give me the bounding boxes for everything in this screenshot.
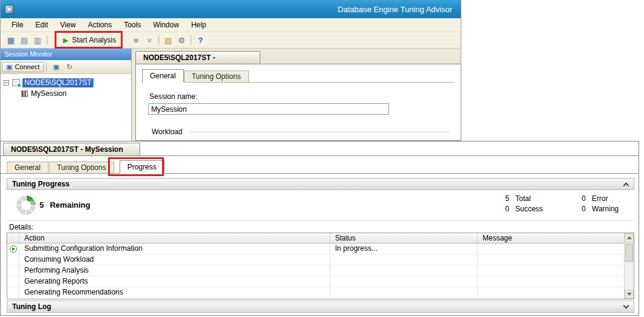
server-node-label: NODE5\SQL2017ST [22,78,93,87]
session-monitor-title: Session Monitor [1,49,131,60]
remaining-value: 5 [39,200,44,210]
start-analysis-button[interactable]: ▶ Start Analysis [58,34,121,46]
scroll-down-button[interactable] [625,290,634,299]
collapse-chevron-icon[interactable] [623,183,629,189]
remaining-counter: 5Remaining [39,200,90,210]
stat-success: 0 Success [500,204,543,214]
row-action: Consuming Workload [19,254,330,265]
menu-bar: File Edit View Actions Tools Window Help [1,18,461,32]
tree-item-server[interactable]: − NODE5\SQL2017ST [1,77,131,88]
tab-tuning-options[interactable]: Tuning Options [184,70,249,82]
top-document-tab[interactable]: NODE5\SQL2017ST - MySession [135,51,260,64]
connect-button[interactable]: ▣ Connect [2,62,44,72]
table-row[interactable]: Generating Reports [7,276,624,287]
new-session-icon[interactable]: ▦ [5,35,17,46]
menu-view[interactable]: View [54,19,82,31]
menu-window[interactable]: Window [147,19,185,31]
workload-groupbox-line [189,132,449,132]
tuning-progress-title: Tuning Progress [12,180,69,188]
title-bar: Database Engine Tuning Advisor [1,0,461,18]
row-action: Generating Reports [19,276,330,287]
row-message [478,265,624,276]
table-scrollbar[interactable] [624,233,634,299]
stat-total-label: Total [515,194,530,204]
import-options-icon[interactable]: ▧ [162,35,174,46]
server-monitor-icon[interactable]: ▣ [50,61,62,72]
toolbar-separator [191,35,191,45]
stat-total-value: 5 [500,194,509,204]
refresh-icon[interactable]: ↻ [63,61,75,72]
stat-success-label: Success [515,204,543,214]
session-node-label: MySession [31,89,67,98]
tab-progress[interactable]: Progress [120,160,164,174]
row-status [330,254,478,265]
menu-file[interactable]: File [5,19,29,31]
session-monitor-panel: Session Monitor ▣ Connect ▣ ↻ − NODE5\SQ… [1,49,132,141]
top-tabstrip: General Tuning Options [142,69,455,83]
row-status [330,265,478,276]
column-header-action[interactable]: Action [19,233,330,243]
row-message [478,244,624,254]
stat-total: 5 Total [500,194,543,204]
scrollbar-thumb[interactable] [625,244,633,262]
toolbar-separator [47,35,47,45]
tree-expander-icon[interactable]: − [4,80,9,86]
row-status [330,276,478,287]
table-row[interactable]: Generating Recommendations [7,287,624,298]
arrow-down-icon [627,293,632,296]
session-name-input[interactable] [148,103,389,115]
tuning-progress-header[interactable]: Tuning Progress [7,178,634,190]
stat-warning: 0 Warning [576,204,619,214]
menu-actions[interactable]: Actions [82,19,118,31]
row-status [330,287,478,298]
stat-error-label: Error [592,194,608,204]
table-row[interactable]: Consuming Workload [7,254,624,265]
help-icon[interactable]: ? [194,35,206,46]
window-title: Database Engine Tuning Advisor [14,5,461,14]
progress-panel: NODE5\SQL2017ST - MySession General Tuni… [0,141,639,316]
column-header-status[interactable]: Status [330,233,478,243]
row-message [478,254,624,265]
menu-help[interactable]: Help [185,19,212,31]
workload-group-label: Workload [152,128,182,136]
stat-success-value: 0 [500,204,509,214]
table-row[interactable]: Performing Analysis [7,265,624,276]
arrow-up-icon [627,236,632,239]
stop-analysis-icon[interactable]: ■ [130,35,142,46]
expand-chevron-icon[interactable] [623,303,629,309]
table-row[interactable]: Submitting Configuration Information In … [7,244,624,254]
menu-tools[interactable]: Tools [118,19,147,31]
row-message [478,287,624,298]
apply-recommendations-icon[interactable]: ⚙ [175,35,188,46]
connect-icon: ▣ [6,63,12,71]
main-toolbar: ▦ ▤ ▥ ▶ Start Analysis ■ × ▧ ⚙ ? [1,32,461,49]
tab-general[interactable]: General [142,69,184,83]
view-workload-icon[interactable]: ▥ [32,35,44,46]
scroll-up-button[interactable] [625,233,634,242]
stat-group-left: 5 Total 0 Success [500,194,543,214]
open-session-icon[interactable]: ▤ [18,35,30,46]
session-name-label: Session name: [149,92,197,101]
tab-general[interactable]: General [7,162,49,173]
row-status: In progress... [330,244,478,254]
tuning-log-header[interactable]: Tuning Log [7,301,634,313]
tree-item-session[interactable]: MySession [1,88,131,99]
session-icon [21,90,28,97]
menu-edit[interactable]: Edit [29,19,54,31]
app-icon [5,5,14,14]
toolbar-separator [158,35,159,45]
tab-tuning-options[interactable]: Tuning Options [49,162,114,173]
progress-document-tab[interactable]: NODE5\SQL2017ST - MySession [3,143,140,155]
session-tree: − NODE5\SQL2017ST MySession [1,74,131,99]
row-message [478,276,624,287]
session-monitor-toolbar: ▣ Connect ▣ ↻ [1,60,131,74]
main-window: Database Engine Tuning Advisor File Edit… [0,0,461,141]
stat-error: 0 Error [576,194,619,204]
details-table: Action Status Message Submitting Configu… [7,233,634,299]
column-header-message[interactable]: Message [478,233,624,243]
row-action: Submitting Configuration Information [19,244,330,254]
progress-spinner-icon [16,196,36,215]
selector-column-header [7,233,19,243]
in-progress-icon [10,245,17,253]
cancel-analysis-icon[interactable]: × [143,35,155,46]
